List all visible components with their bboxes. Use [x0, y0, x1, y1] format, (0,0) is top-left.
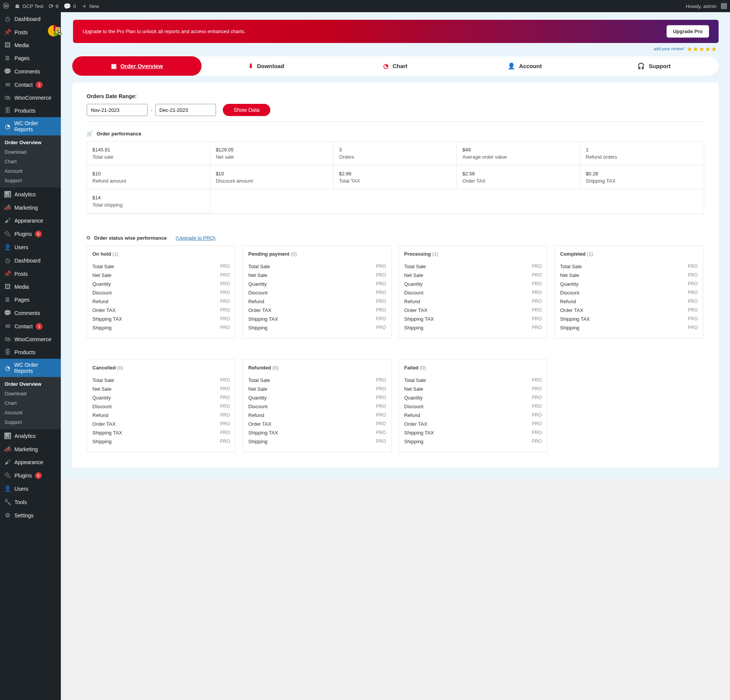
menu-label: Tools: [14, 499, 27, 505]
sidebar-item-users[interactable]: 👤Users: [0, 482, 61, 495]
new-link[interactable]: ＋New: [81, 2, 99, 10]
status-row: RefundPRO: [92, 411, 230, 420]
show-data-button[interactable]: Show Data: [223, 104, 270, 116]
sidebar-item-media[interactable]: 🖾Media: [0, 39, 61, 52]
menu-icon: 🗄: [4, 107, 11, 114]
submenu-item-download[interactable]: Download: [0, 389, 61, 398]
tab-download[interactable]: ⬇Download: [202, 56, 331, 76]
pro-badge: PRO: [532, 395, 542, 401]
upgrade-to-pro-link[interactable]: (Upgrade to PRO): [176, 235, 216, 241]
sidebar-item-contact[interactable]: ✉Contact1: [0, 320, 61, 333]
menu-label: WC Order Reports: [14, 362, 57, 374]
sidebar-item-plugins[interactable]: 🔌Plugins6: [0, 469, 61, 482]
add-review-link[interactable]: add your review!: [654, 46, 684, 51]
status-card-title: Completed (1): [560, 251, 698, 257]
status-row: RefundPRO: [404, 411, 542, 420]
submenu-item-account[interactable]: Account: [0, 408, 61, 417]
status-row: Shipping TAXPRO: [92, 428, 230, 437]
sidebar-item-appearance[interactable]: 🖌Appearance: [0, 456, 61, 469]
comments-link[interactable]: 💬0: [63, 3, 76, 10]
kpi-label: Total TAX: [339, 178, 451, 184]
wp-logo-link[interactable]: ⓦ: [3, 2, 9, 10]
menu-icon: 📌: [4, 270, 11, 277]
sidebar-item-plugins[interactable]: 🔌Plugins6: [0, 227, 61, 240]
sidebar-item-pages[interactable]: 🗎Pages: [0, 52, 61, 65]
pro-badge: PRO: [376, 316, 386, 322]
menu-icon: ✉: [4, 81, 11, 88]
sidebar-item-woocommerce[interactable]: 🛍WooCommerce: [0, 91, 61, 104]
menu-label: Contact: [14, 323, 33, 329]
sidebar-item-contact[interactable]: ✉Contact1: [0, 78, 61, 91]
menu-label: Contact: [14, 82, 33, 88]
pro-badge: PRO: [688, 325, 698, 331]
sidebar-item-pages[interactable]: 🗎Pages: [0, 293, 61, 306]
sidebar-item-comments[interactable]: 💬Comments: [0, 306, 61, 320]
sidebar-item-products[interactable]: 🗄Products: [0, 346, 61, 359]
sidebar-item-dashboard[interactable]: ◷Dashboard: [0, 254, 61, 267]
status-card-title: Cancelled (0): [92, 365, 230, 371]
submenu-item-support[interactable]: Support: [0, 176, 61, 185]
pro-badge: PRO: [532, 421, 542, 427]
sidebar-item-media[interactable]: 🖾Media: [0, 280, 61, 293]
menu-label: WC Order Reports: [14, 120, 57, 132]
menu-icon: 💬: [4, 68, 11, 75]
status-row: Order TAXPRO: [404, 306, 542, 315]
pro-badge: PRO: [220, 421, 230, 427]
menu-label: Dashboard: [14, 16, 41, 22]
sidebar-item-woocommerce[interactable]: 🛍WooCommerce: [0, 333, 61, 346]
sidebar-item-marketing[interactable]: 📣Marketing: [0, 201, 61, 214]
status-row: Shipping TAXPRO: [248, 428, 386, 437]
menu-icon: 🔌: [4, 230, 11, 237]
site-link[interactable]: 🏠︎GCP Test: [14, 3, 43, 10]
sidebar-item-tools[interactable]: 🔧Tools: [0, 495, 61, 509]
sidebar-item-products[interactable]: 🗄Products: [0, 104, 61, 117]
submenu-item-order-overview[interactable]: Order Overview: [0, 138, 61, 147]
submenu-item-order-overview[interactable]: Order Overview: [0, 379, 61, 389]
sidebar-item-comments[interactable]: 💬Comments: [0, 65, 61, 78]
status-row: Order TAXPRO: [248, 420, 386, 428]
pro-badge: PRO: [220, 264, 230, 269]
status-row: RefundPRO: [560, 297, 698, 306]
sidebar-item-wc-order-reports[interactable]: ◔WC Order Reports: [0, 359, 61, 377]
status-row: ShippingPRO: [404, 323, 542, 332]
tab-label: Support: [649, 63, 671, 69]
status-row: Shipping TAXPRO: [560, 315, 698, 323]
tab-chart[interactable]: ◔Chart: [331, 56, 460, 76]
status-row: Shipping TAXPRO: [248, 315, 386, 323]
submenu-item-chart[interactable]: Chart: [0, 398, 61, 408]
menu-label: Posts: [14, 29, 28, 35]
submenu-item-chart[interactable]: Chart: [0, 157, 61, 166]
status-row: DiscountPRO: [92, 288, 230, 297]
pro-badge: PRO: [376, 377, 386, 383]
sidebar-item-marketing[interactable]: 📣Marketing: [0, 442, 61, 456]
sidebar-item-analytics[interactable]: 📊Analytics: [0, 429, 61, 442]
date-from-input[interactable]: [87, 104, 148, 116]
sidebar-item-users[interactable]: 👤Users: [0, 240, 61, 254]
pro-badge: PRO: [532, 264, 542, 269]
sidebar-item-settings[interactable]: ⚙Settings: [0, 509, 61, 522]
pro-badge: PRO: [376, 281, 386, 287]
menu-label: Marketing: [14, 446, 38, 452]
submenu-item-support[interactable]: Support: [0, 417, 61, 427]
updates-link[interactable]: ⟳9: [49, 3, 58, 10]
content-area: Upgrade to the Pro Plan to unlock all re…: [61, 12, 730, 700]
upgrade-pro-button[interactable]: Upgrade Pro: [667, 25, 709, 38]
sidebar-item-analytics[interactable]: 📊Analytics: [0, 188, 61, 201]
status-performance-title: Order status wise performance: [94, 235, 167, 241]
tab-support[interactable]: 🎧Support: [589, 56, 719, 76]
pro-badge: PRO: [532, 281, 542, 287]
submenu-item-download[interactable]: Download: [0, 147, 61, 157]
date-to-input[interactable]: [155, 104, 216, 116]
pro-badge: PRO: [220, 307, 230, 313]
kpi-refund-orders: 1Refund orders: [581, 142, 704, 165]
sidebar-item-wc-order-reports[interactable]: ◔WC Order Reports: [0, 117, 61, 135]
sidebar-item-posts[interactable]: 📌Posts: [0, 267, 61, 280]
kpi-value: $129.05: [216, 147, 328, 153]
account-link[interactable]: Howdy, admin: [686, 3, 727, 9]
tab-account[interactable]: 👤Account: [460, 56, 589, 76]
kpi-value: $14: [92, 195, 205, 200]
sidebar-item-appearance[interactable]: 🖌Appearance: [0, 214, 61, 227]
tab-order-overview[interactable]: ▦Order Overview: [72, 56, 202, 76]
submenu-item-account[interactable]: Account: [0, 166, 61, 176]
order-performance-title: Order performance: [97, 131, 141, 137]
